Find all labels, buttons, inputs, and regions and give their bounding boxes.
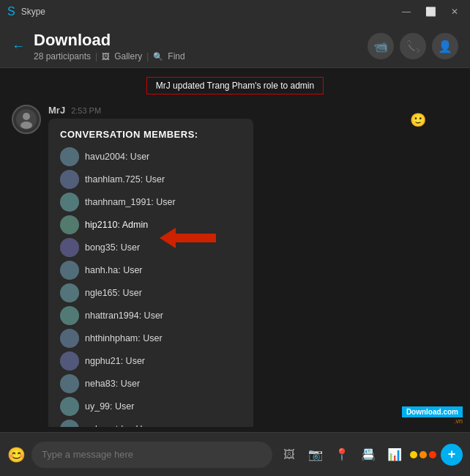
emoji-button[interactable]: 😊 <box>7 446 26 464</box>
separator2: | <box>146 51 149 62</box>
chat-header: ← Download 28 participants | 🖼 Gallery |… <box>0 23 470 68</box>
member-name: neha83: User <box>85 379 140 389</box>
system-message-box: MrJ updated Trang Pham's role to admin <box>146 77 324 94</box>
message-header: MrJ 2:53 PM <box>48 105 458 116</box>
dot-orange <box>419 451 427 458</box>
member-avatar <box>60 215 79 234</box>
list-item: neha83: User <box>60 374 242 393</box>
find-icon: 🔍 <box>153 52 163 62</box>
member-avatar <box>60 329 79 348</box>
video-button[interactable]: 📷 <box>305 444 327 466</box>
member-name: ngphu21: User <box>85 356 145 366</box>
member-list-bubble: CONVERSATION MEMBERS: havu2004: Userthan… <box>48 119 253 427</box>
emoji-reaction: 🙂 <box>410 112 426 128</box>
chat-area: MrJ updated Trang Pham's role to admin 🙂… <box>0 68 470 427</box>
gallery-label[interactable]: Gallery <box>114 51 142 62</box>
svg-point-2 <box>20 122 32 129</box>
minimize-btn[interactable]: — <box>398 5 415 18</box>
chat-title: Download <box>34 31 185 50</box>
member-avatar <box>60 261 79 280</box>
member-name: bong35: User <box>85 242 140 253</box>
member-name: thanhlam.725: User <box>85 174 165 185</box>
member-avatar <box>60 238 79 257</box>
list-item: thanhnam_1991: User <box>60 193 242 212</box>
list-item: havu2004: User <box>60 147 242 166</box>
participants-count: 28 participants <box>34 51 91 62</box>
chat-message: MrJ 2:53 PM CONVERSATION MEMBERS: havu20… <box>12 105 458 427</box>
phone-icon: 📞 <box>406 40 420 53</box>
profile-button[interactable]: 👤 <box>432 33 458 59</box>
system-message: MrJ updated Trang Pham's role to admin <box>12 77 458 94</box>
member-avatar <box>60 193 79 212</box>
list-item: bong35: User <box>60 238 242 257</box>
member-avatar <box>60 420 79 427</box>
member-avatar <box>60 374 79 393</box>
maximize-btn[interactable]: ⬜ <box>421 5 441 18</box>
member-avatar <box>60 170 79 189</box>
list-item: nhthinhpham: User <box>60 329 242 348</box>
list-item: hanh.ha: User <box>60 261 242 280</box>
add-button[interactable]: + <box>441 444 463 466</box>
app-title: Skype <box>21 7 45 17</box>
member-name: nhthinhpham: User <box>85 333 163 343</box>
member-name: nhattran1994: User <box>85 310 163 321</box>
dot-red <box>429 451 436 458</box>
message-body: MrJ 2:53 PM CONVERSATION MEMBERS: havu20… <box>48 105 458 427</box>
member-name: npham.tdm: User <box>85 424 155 427</box>
member-avatar <box>60 147 79 166</box>
list-item: thanhlam.725: User <box>60 170 242 189</box>
message-time: 2:53 PM <box>71 106 101 115</box>
list-item: uy_99: User <box>60 397 242 416</box>
input-action-buttons: 🖼 📷 📍 📇 📊 + <box>278 444 463 466</box>
chat-meta: 28 participants | 🖼 Gallery | 🔍 Find <box>34 51 185 62</box>
svg-point-1 <box>23 113 30 120</box>
back-button[interactable]: ← <box>12 39 25 54</box>
titlebar: S Skype — ⬜ ✕ <box>0 0 470 23</box>
list-item: hip2110: Admin <box>60 215 242 234</box>
gallery-icon: 🖼 <box>102 52 110 61</box>
member-avatar <box>60 283 79 302</box>
dot-yellow <box>410 451 417 458</box>
header-actions: 📹 📞 👤 <box>368 33 458 59</box>
avatar <box>12 105 41 134</box>
member-avatar <box>60 397 79 416</box>
watermark-sub: .vn <box>402 417 463 425</box>
profile-icon: 👤 <box>438 40 452 53</box>
member-name: havu2004: User <box>85 152 149 162</box>
sender-name: MrJ <box>48 105 65 116</box>
video-call-button[interactable]: 📹 <box>368 33 394 59</box>
list-item: nhattran1994: User <box>60 306 242 325</box>
member-name: hip2110: Admin <box>85 220 148 230</box>
location-button[interactable]: 📍 <box>331 444 353 466</box>
member-name: ngle165: User <box>85 288 142 298</box>
watermark-text: Download.com <box>402 406 463 417</box>
separator1: | <box>95 51 97 62</box>
contact-button[interactable]: 📇 <box>357 444 379 466</box>
member-name: uy_99: User <box>85 401 134 412</box>
member-avatar <box>60 352 79 371</box>
message-input[interactable] <box>31 442 272 468</box>
image-button[interactable]: 🖼 <box>278 444 300 466</box>
find-label[interactable]: Find <box>168 51 184 62</box>
chart-button[interactable]: 📊 <box>384 444 406 466</box>
list-item: npham.tdm: User <box>60 420 242 427</box>
close-btn[interactable]: ✕ <box>447 5 463 18</box>
video-icon: 📹 <box>373 40 388 53</box>
skype-icon: S <box>7 5 15 18</box>
list-item: ngle165: User <box>60 283 242 302</box>
watermark: Download.com .vn <box>402 404 463 425</box>
voice-call-button[interactable]: 📞 <box>400 33 426 59</box>
member-list-title: CONVERSATION MEMBERS: <box>60 129 242 140</box>
member-name: hanh.ha: User <box>85 265 143 275</box>
color-dots <box>410 451 436 458</box>
input-bar: 😊 🖼 📷 📍 📇 📊 + <box>0 432 470 476</box>
list-item: ngphu21: User <box>60 352 242 371</box>
member-avatar <box>60 306 79 325</box>
window-controls: — ⬜ ✕ <box>398 5 463 18</box>
member-name: thanhnam_1991: User <box>85 197 176 207</box>
